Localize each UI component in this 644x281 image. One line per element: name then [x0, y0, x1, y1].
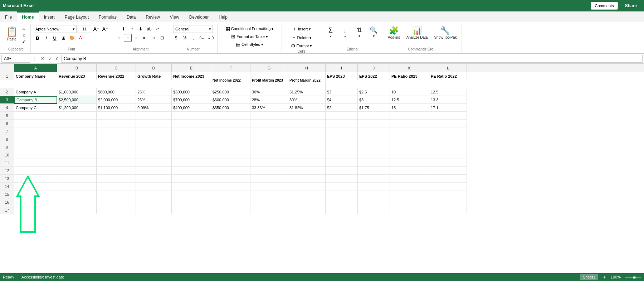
paste-button[interactable]: 📋 Paste [4, 25, 19, 42]
cell-l2[interactable]: 12.5 [429, 88, 467, 96]
cell-f3[interactable]: $600,000 [211, 96, 250, 104]
name-box[interactable]: A3 ▾ [1, 55, 30, 63]
cell-b1[interactable]: Revenue 2023 [57, 72, 97, 80]
increase-indent-button[interactable]: ⇥ [150, 34, 157, 42]
cut-button[interactable]: ✂ [20, 26, 28, 32]
italic-button[interactable]: I [42, 34, 50, 42]
copy-button[interactable]: ⧉ [20, 33, 28, 38]
cell-g3[interactable]: 28% [250, 96, 288, 104]
tab-help[interactable]: Help [214, 11, 233, 22]
cell-k4[interactable]: 15 [390, 104, 429, 112]
cell-k1[interactable]: PE Ratio 2023 [390, 72, 429, 80]
sort-filter-button[interactable]: ⇅ ▾ [353, 25, 366, 39]
cell-d1[interactable]: Growth Rate [136, 72, 172, 80]
font-name-dropdown[interactable]: Aptos Narrow ▾ [34, 25, 77, 33]
cell-e4[interactable]: $400,000 [172, 104, 211, 112]
align-left-button[interactable]: ≡ [115, 34, 123, 42]
cell-i3[interactable]: $4 [326, 96, 358, 104]
currency-button[interactable]: $ [172, 34, 180, 42]
col-header-b[interactable]: B [57, 64, 97, 72]
cell-e3[interactable]: $700,000 [172, 96, 211, 104]
col-header-c[interactable]: C [97, 64, 136, 72]
col-header-g[interactable]: G [250, 64, 288, 72]
font-size-increase-button[interactable]: A⁺ [92, 25, 100, 33]
font-size-dropdown[interactable]: 11 [78, 25, 91, 33]
cell-e2[interactable]: $300,000 [172, 88, 211, 96]
insert-function-button[interactable]: 𝑓ₓ [55, 56, 60, 61]
col-header-a[interactable]: A [14, 64, 57, 72]
cell-k2[interactable]: 10 [390, 88, 429, 96]
cell-c2[interactable]: $800,000 [97, 88, 136, 96]
fill-color-button[interactable]: 🎨 [68, 34, 76, 42]
format-as-table-button[interactable]: ⊞ Format as Table ▾ [229, 33, 270, 40]
cell-l1[interactable]: PE Ratio 2022 [429, 72, 467, 80]
find-select-button[interactable]: 🔍 ▾ [367, 25, 380, 39]
col-header-h[interactable]: H [288, 64, 326, 72]
cell-e1[interactable]: Net Income 2023 [172, 72, 211, 80]
col-header-i[interactable]: I [326, 64, 358, 72]
cell-i1[interactable]: EPS 2023 [326, 72, 358, 80]
format-cells-button[interactable]: ⚙ Format ▾ [289, 42, 314, 49]
format-painter-button[interactable]: 🖌 [20, 39, 28, 44]
sheet-tab-sheet1[interactable]: Sheet1 [580, 274, 598, 280]
cell-l4[interactable]: 17.1 [429, 104, 467, 112]
col-header-k[interactable]: K [390, 64, 429, 72]
cell-styles-button[interactable]: ▤ Cell Styles ▾ [234, 41, 265, 48]
tab-page-layout[interactable]: Page Layout [60, 11, 94, 22]
increase-decimal-button[interactable]: →.0 [206, 34, 214, 42]
formula-input[interactable]: Company B [61, 55, 643, 63]
align-top-button[interactable]: ⬆ [119, 25, 127, 33]
autosum-button[interactable]: Σ ▾ [324, 25, 337, 39]
comma-button[interactable]: , [189, 34, 197, 42]
decrease-indent-button[interactable]: ⇤ [141, 34, 149, 42]
cell-g4[interactable]: 33.33% [250, 104, 288, 112]
align-center-button[interactable]: ≡ [124, 34, 132, 42]
cell-d3[interactable]: 25% [136, 96, 172, 104]
cell-b4[interactable]: $1,200,000 [57, 104, 97, 112]
tab-review[interactable]: Review [141, 11, 165, 22]
cell-f1[interactable]: Net Income 2022 [211, 72, 250, 88]
number-format-dropdown[interactable]: General ▾ [174, 25, 213, 33]
cell-h3[interactable]: 30% [288, 96, 326, 104]
show-toolpak-button[interactable]: 🔧 Show ToolPak [432, 25, 458, 40]
tab-formulas[interactable]: Formulas [94, 11, 122, 22]
cell-j4[interactable]: $1.75 [358, 104, 390, 112]
col-header-j[interactable]: J [358, 64, 390, 72]
tab-developer[interactable]: Developer [184, 11, 214, 22]
cancel-formula-button[interactable]: ✕ [40, 56, 46, 61]
share-button[interactable]: Share [621, 1, 641, 10]
conditional-formatting-button[interactable]: ▦ Conditional Formatting ▾ [224, 25, 276, 32]
insert-cells-button[interactable]: ＋ Insert ▾ [290, 25, 313, 33]
col-header-e[interactable]: E [172, 64, 211, 72]
cell-h1[interactable]: Profit Margin 2022 [288, 72, 326, 88]
add-ins-button[interactable]: 🧩 Add-ins [386, 25, 402, 40]
cell-d2[interactable]: 25% [136, 88, 172, 96]
analyze-data-button[interactable]: 📊 Analyze Data [405, 25, 429, 40]
align-bottom-button[interactable]: ⬇ [137, 25, 145, 33]
cell-k3[interactable]: 12.5 [390, 96, 429, 104]
tab-file[interactable]: File [0, 11, 17, 22]
add-sheet-button[interactable]: ＋ [602, 275, 606, 280]
merge-center-button[interactable]: ⊟ [158, 34, 166, 42]
delete-cells-button[interactable]: － Delete ▾ [289, 34, 314, 42]
borders-button[interactable]: ⊞ [59, 34, 67, 42]
font-size-decrease-button[interactable]: A⁻ [101, 25, 109, 33]
col-header-l[interactable]: L [429, 64, 467, 72]
name-box-expand[interactable]: ⋮ [31, 56, 38, 61]
cell-f4[interactable]: $350,000 [211, 104, 250, 112]
confirm-formula-button[interactable]: ✓ [47, 56, 53, 61]
percent-button[interactable]: % [181, 34, 189, 42]
cell-g1[interactable]: Profit Margin 2023 [250, 72, 288, 88]
cell-b3[interactable]: $2,500,000 [57, 96, 97, 104]
cell-b2[interactable]: $1,000,000 [57, 88, 97, 96]
tab-data[interactable]: Data [122, 11, 141, 22]
wrap-text-button[interactable]: ↵ [154, 25, 162, 33]
align-right-button[interactable]: ≡ [132, 34, 140, 42]
cell-j3[interactable]: $3 [358, 96, 390, 104]
col-header-f[interactable]: F [211, 64, 250, 72]
cell-j1[interactable]: EPS 2022 [358, 72, 390, 80]
cell-c3[interactable]: $2,000,000 [97, 96, 136, 104]
cell-a3[interactable]: Company B [14, 96, 57, 104]
col-header-d[interactable]: D [136, 64, 172, 72]
cell-l3[interactable]: 13.3 [429, 96, 467, 104]
